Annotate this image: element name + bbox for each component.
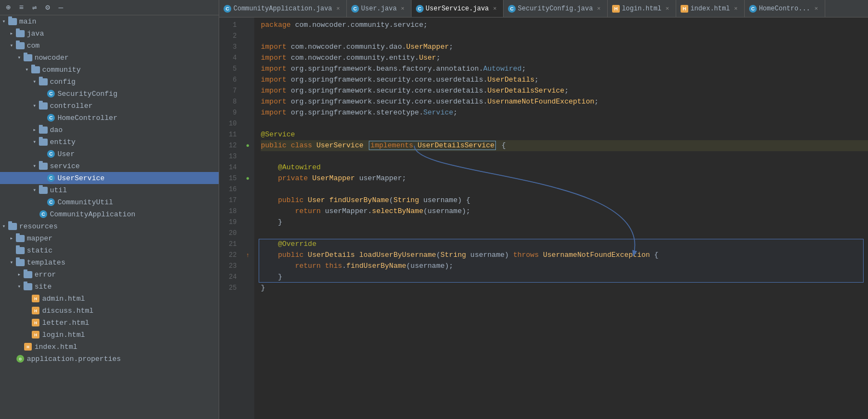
tree-label-index.html: index.html [35, 343, 77, 351]
code-content[interactable]: package com.nowcoder.community.service; … [254, 18, 868, 419]
tree-item-login.html[interactable]: Hlogin.html [0, 329, 219, 341]
tree-item-controller[interactable]: ▾controller [0, 100, 219, 112]
code-line-16 [261, 184, 868, 195]
tree-item-discuss.html[interactable]: Hdiscuss.html [0, 305, 219, 317]
tree-label-static: static [27, 246, 53, 255]
folder-icon-static [15, 246, 25, 255]
tree-item-admin.html[interactable]: Hadmin.html [0, 292, 219, 305]
sidebar-btn-settings[interactable]: ⚙ [42, 2, 54, 14]
tree-item-HomeController[interactable]: CHomeController [0, 112, 219, 124]
tree-arrow-service[interactable]: ▾ [31, 163, 38, 169]
tab-SecurityConfig[interactable]: CSecurityConfig.java× [504, 0, 608, 17]
tree-arrow-site[interactable]: ▾ [15, 283, 23, 290]
tab-login.html[interactable]: Hlogin.html× [608, 0, 676, 17]
tree-arrow-nowcoder[interactable]: ▾ [15, 54, 23, 61]
tree-arrow-com[interactable]: ▾ [8, 42, 15, 49]
tree-item-error[interactable]: ▸error [0, 268, 219, 280]
tree-arrow-controller[interactable]: ▾ [31, 102, 38, 109]
tree-arrow-resources[interactable]: ▾ [0, 223, 8, 229]
tree-item-config[interactable]: ▾config [0, 76, 219, 88]
html-icon-letter.html: H [31, 318, 41, 327]
tree-label-com: com [27, 42, 39, 50]
tree-arrow-java[interactable]: ▸ [8, 30, 15, 37]
folder-icon-dao [38, 125, 48, 134]
tree-arrow-main[interactable]: ▾ [0, 18, 8, 25]
tree-item-main[interactable]: ▾main [0, 15, 219, 27]
tree-item-templates[interactable]: ▾templates [0, 256, 219, 268]
tree-item-resources[interactable]: ▾resources [0, 220, 219, 232]
tab-label-HomeController: HomeContro... [759, 5, 810, 13]
tree-item-community[interactable]: ▾community [0, 64, 219, 76]
sidebar-btn-align[interactable]: ≡ [15, 2, 27, 14]
tab-close-HomeController[interactable]: × [813, 5, 820, 13]
class-icon-SecurityConfig: C [46, 89, 56, 98]
tab-close-SecurityConfig[interactable]: × [595, 5, 603, 13]
tab-close-login.html[interactable]: × [664, 5, 671, 13]
tree-item-mapper[interactable]: ▸mapper [0, 232, 219, 244]
tree-item-util[interactable]: ▾util [0, 184, 219, 196]
folder-icon-service [38, 162, 48, 170]
tree-arrow-error[interactable]: ▸ [15, 271, 23, 278]
tab-index.html[interactable]: Hindex.html× [676, 0, 745, 17]
tree-label-controller: controller [50, 102, 93, 110]
tree-item-CommunityApplication[interactable]: CCommunityApplication [0, 208, 219, 220]
code-line-3: import com.nowcoder.community.dao.UserMa… [261, 42, 868, 53]
tree-item-static[interactable]: static [0, 244, 219, 256]
folder-icon-resources [8, 222, 18, 231]
tree-label-templates: templates [27, 259, 65, 267]
tree-item-UserService[interactable]: CUserService [0, 172, 219, 184]
tree-item-CommunityUtil[interactable]: CCommunityUtil [0, 196, 219, 208]
tree-label-discuss.html: discuss.html [42, 307, 94, 315]
sidebar-btn-collapse[interactable]: — [55, 2, 67, 14]
tree-item-service[interactable]: ▾service [0, 160, 219, 172]
java-tab-icon-User: C [351, 5, 359, 13]
tab-CommunityApplication[interactable]: CCommunityApplication.java× [219, 0, 347, 17]
sidebar-toolbar: ⊕ ≡ ⇌ ⚙ — [0, 0, 219, 15]
tab-label-CommunityApplication: CommunityApplication.java [233, 5, 332, 13]
tree-arrow-dao[interactable]: ▸ [31, 127, 38, 133]
tree-item-dao[interactable]: ▸dao [0, 124, 219, 136]
tree-arrow-config[interactable]: ▾ [31, 78, 38, 85]
tree-item-index.html[interactable]: Hindex.html [0, 341, 219, 353]
tab-bar: CCommunityApplication.java×CUser.java×CU… [219, 0, 868, 18]
code-line-2 [261, 31, 868, 42]
code-line-8: import org.springframework.security.core… [261, 96, 868, 107]
tree-arrow-community[interactable]: ▾ [23, 66, 31, 73]
tab-close-index.html[interactable]: × [732, 5, 740, 13]
tree-item-User[interactable]: CUser [0, 148, 219, 160]
tab-close-User[interactable]: × [399, 5, 407, 13]
tree-item-com[interactable]: ▾com [0, 39, 219, 51]
code-line-6: import org.springframework.security.core… [261, 74, 868, 85]
tree-arrow-util[interactable]: ▾ [31, 187, 38, 193]
code-line-19: } [261, 217, 868, 228]
tree-item-SecurityConfig[interactable]: CSecurityConfig [0, 88, 219, 100]
sidebar-btn-compass[interactable]: ⊕ [2, 2, 14, 14]
folder-icon-util [38, 186, 48, 194]
tree-arrow-mapper[interactable]: ▸ [8, 235, 15, 242]
tab-HomeController[interactable]: CHomeContro...× [745, 0, 825, 17]
tree-label-site: site [35, 283, 52, 291]
tree-label-login.html: login.html [42, 331, 85, 339]
code-line-21: @Override [261, 239, 868, 250]
tree-item-java[interactable]: ▸java [0, 27, 219, 39]
gutter-icon-12: ● [241, 140, 254, 151]
tree-item-entity[interactable]: ▾entity [0, 136, 219, 148]
tree-arrow-templates[interactable]: ▾ [8, 259, 15, 266]
tab-close-UserService[interactable]: × [491, 5, 499, 13]
code-line-9: import org.springframework.stereotype.Se… [261, 107, 868, 118]
html-icon-discuss.html: H [31, 306, 41, 315]
tab-UserService[interactable]: CUserService.java× [412, 0, 504, 17]
tree-label-HomeController: HomeController [58, 114, 117, 122]
code-line-10 [261, 118, 868, 129]
tree-item-site[interactable]: ▾site [0, 280, 219, 292]
class-icon-CommunityApplication: C [38, 210, 48, 219]
tree-item-nowcoder[interactable]: ▾nowcoder [0, 51, 219, 64]
code-line-14: @Autowired [261, 162, 868, 173]
tree-arrow-entity[interactable]: ▾ [31, 139, 38, 145]
editor-panel: CCommunityApplication.java×CUser.java×CU… [219, 0, 868, 419]
sidebar-btn-sort[interactable]: ⇌ [28, 2, 41, 14]
tab-User[interactable]: CUser.java× [347, 0, 412, 17]
tab-close-CommunityApplication[interactable]: × [334, 5, 342, 13]
tree-item-letter.html[interactable]: Hletter.html [0, 317, 219, 329]
tree-item-application.properties[interactable]: ⚙application.properties [0, 353, 219, 365]
